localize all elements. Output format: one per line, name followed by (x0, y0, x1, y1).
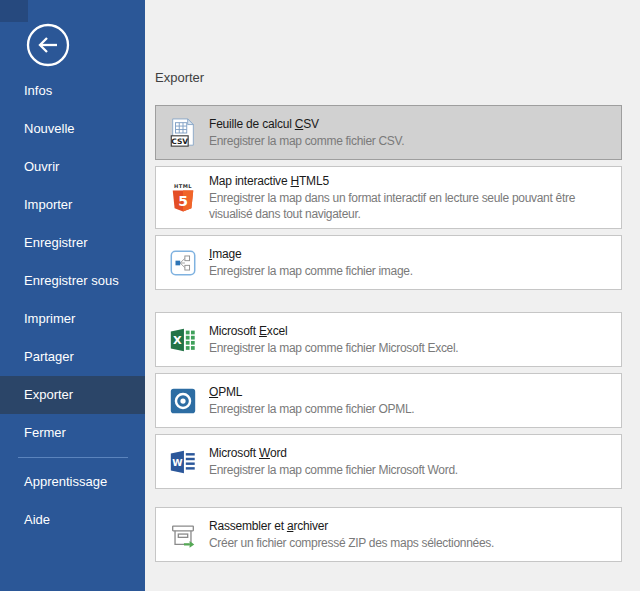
title-pre: Microsoft (209, 446, 259, 460)
svg-text:X: X (173, 334, 182, 347)
export-item-title: Microsoft Excel (209, 323, 611, 339)
sidebar-item-infos[interactable]: Infos (0, 72, 145, 110)
export-item-description: Enregistrer la map comme fichier image. (209, 263, 611, 279)
export-item-description: Enregistrer la map dans un format intera… (209, 190, 611, 222)
export-item-title: OPML (209, 384, 611, 400)
svg-text:HTML: HTML (174, 183, 192, 189)
html5-icon: HTML 5 (168, 181, 198, 215)
archive-icon (168, 518, 198, 552)
export-item-text: Map interactive HTML5 Enregistrer la map… (209, 173, 611, 222)
export-item-excel[interactable]: X Microsoft Excel Enregistrer la map com… (155, 312, 622, 367)
sidebar-item-exporter[interactable]: Exporter (0, 376, 145, 414)
sidebar: Infos Nouvelle Ouvrir Importer Enregistr… (0, 0, 145, 591)
export-item-csv[interactable]: CSV Feuille de calcul CSV Enregistrer la… (155, 105, 622, 160)
sidebar-item-fermer[interactable]: Fermer (0, 414, 145, 452)
export-item-text: Feuille de calcul CSV Enregistrer la map… (209, 116, 611, 149)
export-item-title: Microsoft Word (209, 445, 611, 461)
title-accel: C (295, 117, 303, 131)
export-item-text: Image Enregistrer la map comme fichier i… (209, 246, 611, 279)
svg-text:W: W (172, 456, 183, 467)
sidebar-corner (0, 0, 28, 22)
opml-icon (168, 384, 198, 418)
title-pre: Map interactive (209, 174, 291, 188)
export-item-opml[interactable]: OPML Enregistrer la map comme fichier OP… (155, 373, 622, 428)
title-accel: O (209, 385, 218, 399)
export-item-title: Feuille de calcul CSV (209, 116, 611, 132)
title-pre: Rassembler et (209, 519, 287, 533)
title-post: ord (270, 446, 287, 460)
title-accel: E (259, 324, 267, 338)
export-item-word[interactable]: W Microsoft Word Enregistrer la map comm… (155, 434, 622, 489)
sidebar-separator (18, 457, 128, 458)
export-item-title: Map interactive HTML5 (209, 173, 611, 189)
export-item-description: Enregistrer la map comme fichier OPML. (209, 401, 611, 417)
sidebar-item-enregistrer[interactable]: Enregistrer (0, 224, 145, 262)
sidebar-item-enregistrer-sous[interactable]: Enregistrer sous (0, 262, 145, 300)
title-post: PML (218, 385, 242, 399)
title-post: mage (212, 247, 241, 261)
sidebar-item-ouvrir[interactable]: Ouvrir (0, 148, 145, 186)
title-post: SV (303, 117, 319, 131)
export-item-description: Enregistrer la map comme fichier Microso… (209, 462, 611, 478)
sidebar-item-nouvelle[interactable]: Nouvelle (0, 110, 145, 148)
export-item-description: Créer un fichier compressé ZIP des maps … (209, 535, 611, 551)
backstage-view: Infos Nouvelle Ouvrir Importer Enregistr… (0, 0, 640, 591)
image-file-icon (168, 246, 198, 280)
export-item-title: Image (209, 246, 611, 262)
export-item-archive[interactable]: Rassembler et archiver Créer un fichier … (155, 507, 622, 562)
page-title: Exporter (155, 70, 622, 85)
word-icon: W (168, 445, 198, 479)
export-item-text: Microsoft Excel Enregistrer la map comme… (209, 323, 611, 356)
export-item-description: Enregistrer la map comme fichier CSV. (209, 133, 611, 149)
title-pre: Feuille de calcul (209, 117, 295, 131)
sidebar-item-apprentissage[interactable]: Apprentissage (0, 463, 145, 501)
back-button[interactable] (25, 22, 71, 68)
export-item-html5[interactable]: HTML 5 Map interactive HTML5 Enregistrer… (155, 166, 622, 229)
export-item-description: Enregistrer la map comme fichier Microso… (209, 340, 611, 356)
title-accel: H (291, 174, 299, 188)
sidebar-item-aide[interactable]: Aide (0, 501, 145, 539)
excel-icon: X (168, 323, 198, 357)
svg-text:CSV: CSV (171, 136, 188, 145)
csv-file-icon: CSV (168, 116, 198, 150)
title-post: TML5 (299, 174, 329, 188)
back-arrow-icon (25, 54, 71, 71)
export-item-text: Microsoft Word Enregistrer la map comme … (209, 445, 611, 478)
sidebar-item-imprimer[interactable]: Imprimer (0, 300, 145, 338)
export-item-text: Rassembler et archiver Créer un fichier … (209, 518, 611, 551)
sidebar-menu: Infos Nouvelle Ouvrir Importer Enregistr… (0, 72, 145, 539)
export-item-title: Rassembler et archiver (209, 518, 611, 534)
export-item-image[interactable]: Image Enregistrer la map comme fichier i… (155, 235, 622, 290)
title-accel: W (259, 446, 270, 460)
title-post: xcel (267, 324, 288, 338)
export-panel: Exporter CSV (145, 0, 640, 591)
export-item-text: OPML Enregistrer la map comme fichier OP… (209, 384, 611, 417)
sidebar-item-partager[interactable]: Partager (0, 338, 145, 376)
svg-text:5: 5 (178, 193, 188, 209)
title-post: rchiver (293, 519, 328, 533)
title-pre: Microsoft (209, 324, 259, 338)
sidebar-item-importer[interactable]: Importer (0, 186, 145, 224)
